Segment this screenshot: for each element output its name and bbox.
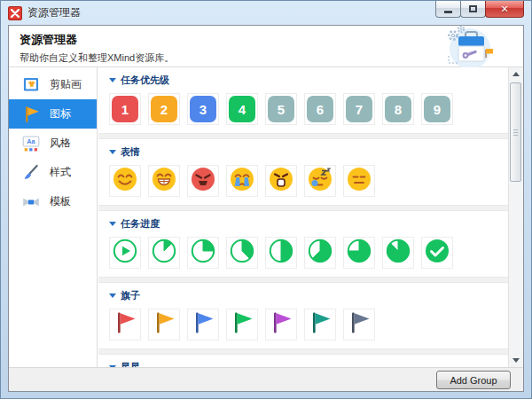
marker-cell[interactable] xyxy=(265,165,297,197)
group-label: 表情 xyxy=(121,145,140,159)
group-header-2[interactable]: 表情 xyxy=(98,139,508,161)
marker-group: 表情 xyxy=(98,139,508,211)
marker-cell[interactable] xyxy=(226,309,258,340)
minimize-button[interactable] xyxy=(435,1,461,18)
sidebar-item-3[interactable]: Aa 风格 xyxy=(9,129,97,158)
titlebar[interactable]: 资源管理器 ✕ xyxy=(1,1,531,25)
emoji-smile-icon xyxy=(112,166,138,196)
marker-cell[interactable] xyxy=(421,237,453,269)
marker-cell[interactable] xyxy=(109,237,141,269)
dialog-header: 资源管理器 帮助你自定义和整理XMind资源库。 xyxy=(9,26,523,67)
group-label: 星星 xyxy=(121,361,140,367)
marker-cell[interactable] xyxy=(304,309,336,340)
sidebar: 剪贴画 图标 Aa 风格 样式 模板 xyxy=(9,67,98,367)
emoji-neutral-icon xyxy=(346,166,372,196)
footer-bar: Add Group xyxy=(9,367,523,391)
main-area: 剪贴画 图标 Aa 风格 样式 模板 任务优先级 123456789 表情 xyxy=(9,67,523,367)
marker-cell[interactable]: 2 xyxy=(148,93,180,125)
marker-cell[interactable] xyxy=(265,309,297,340)
priority-7-icon: 7 xyxy=(346,96,372,122)
task-done-icon xyxy=(424,238,450,268)
progress-0.125-icon xyxy=(151,238,177,268)
progress-0.75-icon xyxy=(346,238,372,268)
add-group-button[interactable]: Add Group xyxy=(436,371,511,389)
priority-5-icon: 5 xyxy=(268,96,294,122)
flag-icon xyxy=(307,309,333,340)
priority-6-icon: 6 xyxy=(307,96,333,122)
marker-cell[interactable] xyxy=(304,165,336,197)
sidebar-item-label: 图标 xyxy=(50,106,71,121)
window-title: 资源管理器 xyxy=(27,5,81,20)
scroll-down-button[interactable] xyxy=(509,354,523,367)
marker-row: 123456789 xyxy=(98,90,508,133)
marker-cell[interactable] xyxy=(382,237,414,269)
marker-cell[interactable] xyxy=(343,165,375,197)
progress-0.25-icon xyxy=(190,238,216,268)
scroll-down-icon xyxy=(512,358,520,363)
brush-icon xyxy=(20,162,42,184)
emoji-grin-icon xyxy=(151,166,177,196)
sidebar-item-1[interactable]: 剪贴画 xyxy=(9,70,97,99)
marker-cell[interactable] xyxy=(343,309,375,340)
marker-cell[interactable]: 1 xyxy=(109,93,141,125)
marker-cell[interactable] xyxy=(109,165,141,197)
priority-4-icon: 4 xyxy=(229,96,255,122)
task-start-icon xyxy=(112,238,138,268)
marker-cell[interactable] xyxy=(226,237,258,269)
collapse-triangle-icon xyxy=(109,150,116,154)
flag-icon xyxy=(151,309,177,340)
vertical-scrollbar[interactable] xyxy=(508,67,523,367)
group-header-1[interactable]: 任务优先级 xyxy=(98,67,508,90)
marker-cell[interactable] xyxy=(265,237,297,269)
clipart-icon xyxy=(20,74,42,96)
group-header-4[interactable]: 旗子 xyxy=(98,283,508,305)
flag-icon xyxy=(112,309,138,340)
minimize-icon xyxy=(444,11,452,13)
marker-cell[interactable] xyxy=(109,309,141,340)
marker-cell[interactable] xyxy=(187,237,219,269)
marker-cell[interactable]: 3 xyxy=(187,93,219,125)
marker-cell[interactable]: 9 xyxy=(421,93,453,125)
progress-0.625-icon xyxy=(307,238,333,268)
marker-cell[interactable]: 8 xyxy=(382,93,414,125)
scrollbar-thumb[interactable] xyxy=(510,82,521,182)
marker-cell[interactable] xyxy=(187,309,219,340)
group-header-5[interactable]: 星星 xyxy=(98,355,508,367)
emoji-sleepy-icon xyxy=(307,166,333,196)
toolbox-illustration-icon xyxy=(426,24,498,74)
marker-group: 任务进度 xyxy=(98,211,508,283)
group-label: 任务进度 xyxy=(121,217,160,231)
scrollbar-grip-icon xyxy=(513,129,518,136)
emoji-shout-icon xyxy=(268,166,294,196)
marker-cell[interactable] xyxy=(148,237,180,269)
collapse-triangle-icon xyxy=(109,78,116,82)
marker-cell[interactable]: 4 xyxy=(226,93,258,125)
group-label: 旗子 xyxy=(121,289,140,302)
marker-row xyxy=(98,161,508,205)
marker-cell[interactable] xyxy=(226,165,258,197)
marker-cell[interactable]: 5 xyxy=(265,93,297,125)
maximize-button[interactable] xyxy=(460,1,486,18)
scroll-up-button[interactable] xyxy=(509,67,523,81)
marker-cell[interactable] xyxy=(187,165,219,197)
marker-cell[interactable] xyxy=(304,237,336,269)
marker-cell[interactable]: 6 xyxy=(304,93,336,125)
priority-3-icon: 3 xyxy=(190,96,216,122)
sidebar-item-4[interactable]: 样式 xyxy=(9,158,97,187)
svg-text:Aa: Aa xyxy=(27,137,35,145)
marker-cell[interactable]: 7 xyxy=(343,93,375,125)
group-label: 任务优先级 xyxy=(121,74,169,87)
group-divider xyxy=(98,348,508,355)
sidebar-item-2[interactable]: 图标 xyxy=(9,99,97,129)
marker-group: 旗子 xyxy=(98,283,508,355)
sidebar-item-label: 剪贴画 xyxy=(50,77,82,92)
group-header-3[interactable]: 任务进度 xyxy=(98,211,508,233)
marker-cell[interactable] xyxy=(148,309,180,340)
close-button[interactable]: ✕ xyxy=(485,1,524,18)
progress-0.375-icon xyxy=(229,238,255,268)
sidebar-item-5[interactable]: 模板 xyxy=(9,187,97,216)
sidebar-item-label: 样式 xyxy=(50,165,71,180)
marker-cell[interactable] xyxy=(148,165,180,197)
marker-cell[interactable] xyxy=(343,237,375,269)
sidebar-item-label: 模板 xyxy=(50,194,71,209)
